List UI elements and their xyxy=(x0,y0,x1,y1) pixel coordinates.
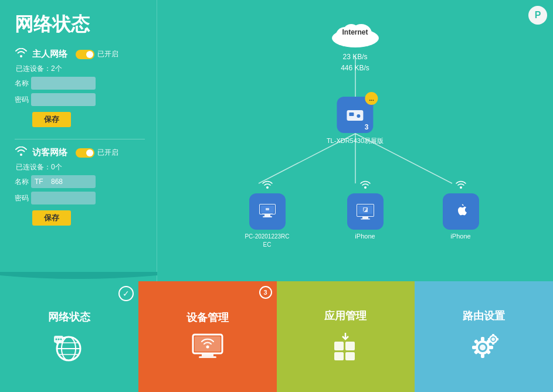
device-pc-label: PC-20201223RCEC xyxy=(245,233,289,249)
sidebar-title: 网络状态 xyxy=(15,12,145,38)
svg-point-48 xyxy=(480,345,486,350)
wifi-icon-main xyxy=(15,48,28,60)
guest-name-field-row: 名称 xyxy=(15,175,145,188)
svg-point-58 xyxy=(491,338,495,341)
bottom-card-network[interactable]: ✓ 网络状态 xyxy=(0,281,138,392)
svg-rect-45 xyxy=(345,352,355,360)
bottom-card-route[interactable]: 路由设置 xyxy=(415,281,553,392)
network-card-title: 网络状态 xyxy=(48,310,90,324)
internet-node: Internet 23 KB/s 446 KB/s xyxy=(329,18,382,74)
device-iphone1[interactable]: iPhone xyxy=(339,180,392,240)
svg-rect-49 xyxy=(481,337,484,341)
device-iphone2-wifi xyxy=(455,180,467,189)
network-card-icon xyxy=(53,331,85,363)
guest-name-input[interactable] xyxy=(31,175,96,188)
device-pc-wifi xyxy=(262,180,273,189)
wifi-icon-guest xyxy=(15,146,28,159)
device-iphone2-icon xyxy=(443,193,479,230)
router-label: TL-XDR5430易展版 xyxy=(327,137,384,145)
network-diagram: Internet 23 KB/s 446 KB/s ... xyxy=(185,12,525,258)
bottom-card-apps[interactable]: 应用管理 xyxy=(277,281,415,392)
svg-point-19 xyxy=(364,186,367,189)
svg-point-10 xyxy=(357,114,360,118)
guest-network-section: 访客网络 已开启 已连设备：0个 名称 密码 保存 xyxy=(15,146,145,226)
main-password-field-row: 密码 xyxy=(15,93,145,106)
sidebar: 网络状态 主人网络 已开启 xyxy=(0,0,157,281)
device-iphone1-icon xyxy=(347,193,384,230)
svg-rect-43 xyxy=(345,342,355,350)
main-password-label: 密码 xyxy=(15,95,31,105)
svg-rect-18 xyxy=(262,213,273,214)
network-check-badge: ✓ xyxy=(118,286,134,301)
svg-rect-62 xyxy=(496,338,498,340)
bottom-card-device[interactable]: 3 设备管理 xyxy=(138,281,277,392)
svg-point-36 xyxy=(60,339,62,340)
main-container: 网络状态 主人网络 已开启 xyxy=(0,0,553,281)
svg-point-35 xyxy=(58,339,60,340)
guest-password-input[interactable] xyxy=(31,192,96,204)
device-iphone2[interactable]: iPhone xyxy=(435,180,487,240)
svg-point-11 xyxy=(266,186,269,189)
main-name-label: 名称 xyxy=(15,79,31,88)
svg-rect-44 xyxy=(334,352,344,360)
main-name-input[interactable] xyxy=(31,77,96,90)
route-card-icon xyxy=(466,330,501,364)
device-card-icon xyxy=(190,332,225,363)
guest-password-field-row: 密码 xyxy=(15,192,145,204)
svg-rect-50 xyxy=(481,354,484,358)
svg-rect-61 xyxy=(488,338,490,340)
router-symbol xyxy=(344,104,365,125)
main-save-button[interactable]: 保存 xyxy=(32,112,71,127)
main-diagram-area: Internet 23 KB/s 446 KB/s ... xyxy=(157,0,553,281)
user-icon[interactable]: P xyxy=(528,6,547,25)
bottom-bar: ✓ 网络状态 3 xyxy=(0,281,553,392)
svg-rect-42 xyxy=(334,342,344,350)
svg-rect-51 xyxy=(472,346,476,349)
main-network-toggle-label: 已开启 xyxy=(97,49,118,59)
svg-point-34 xyxy=(56,339,57,340)
guest-connected-count: 已连设备：0个 xyxy=(16,162,145,172)
guest-save-button[interactable]: 保存 xyxy=(32,210,71,226)
speed-down: 446 KB/s xyxy=(341,63,369,74)
device-badge: 3 xyxy=(259,286,272,299)
router-badge: ... xyxy=(365,92,378,105)
svg-point-27 xyxy=(460,186,462,189)
main-network-section: 主人网络 已开启 已连设备：2个 名称 密码 保存 xyxy=(15,48,145,127)
speed-up: 23 KB/s xyxy=(341,52,369,63)
main-password-input[interactable] xyxy=(31,93,96,106)
svg-rect-14 xyxy=(264,214,270,216)
svg-rect-17 xyxy=(266,208,269,210)
router-node[interactable]: ... 3 TL-XDR5430易展版 xyxy=(327,97,384,145)
apple-symbol xyxy=(452,202,470,221)
device-iphone1-wifi xyxy=(359,180,371,189)
svg-rect-15 xyxy=(263,216,272,217)
speed-info: 23 KB/s 446 KB/s xyxy=(341,52,369,74)
iphone1-symbol xyxy=(355,201,376,222)
svg-rect-40 xyxy=(199,356,216,358)
device-iphone2-label: iPhone xyxy=(450,233,470,240)
svg-rect-39 xyxy=(202,353,213,356)
pc-symbol xyxy=(256,200,279,223)
main-network-name: 主人网络 xyxy=(32,49,67,60)
device-iphone1-label: iPhone xyxy=(355,233,375,240)
device-pc-icon xyxy=(249,193,286,230)
internet-label: Internet xyxy=(342,28,368,36)
guest-password-label: 密码 xyxy=(15,193,31,203)
svg-rect-52 xyxy=(489,346,493,349)
main-network-toggle[interactable] xyxy=(76,50,94,59)
svg-rect-59 xyxy=(492,334,494,336)
curve-svg xyxy=(0,272,157,281)
guest-network-toggle-label: 已开启 xyxy=(97,148,118,158)
guest-name-label: 名称 xyxy=(15,177,31,187)
svg-rect-60 xyxy=(492,342,494,345)
svg-point-41 xyxy=(206,345,209,348)
apps-card-icon xyxy=(330,330,362,364)
sidebar-bottom-curve xyxy=(0,272,157,281)
router-num: 3 xyxy=(365,123,369,131)
svg-rect-23 xyxy=(361,219,370,220)
apps-card-title: 应用管理 xyxy=(324,309,367,323)
device-pc[interactable]: PC-20201223RCEC xyxy=(241,180,294,249)
guest-network-toggle[interactable] xyxy=(76,148,94,158)
device-card-title: 设备管理 xyxy=(186,311,229,325)
svg-rect-9 xyxy=(349,113,354,116)
